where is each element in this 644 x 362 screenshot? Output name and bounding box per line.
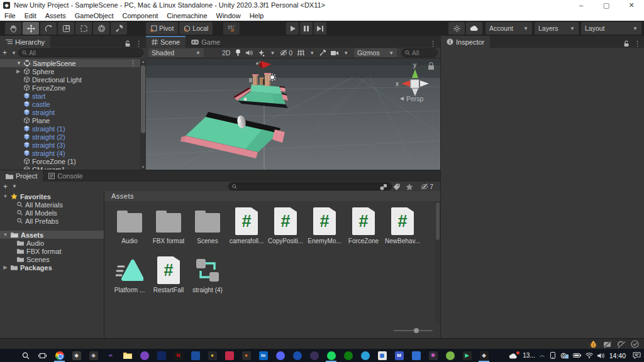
favorites-item[interactable]: All Models	[0, 209, 104, 217]
move-tool-button[interactable]	[23, 22, 39, 35]
scale-tool-button[interactable]	[58, 22, 74, 35]
slider-knob[interactable]	[414, 328, 419, 333]
mail-app-icon[interactable]: M	[391, 349, 408, 362]
ForceZone (1)[interactable]: ▶ ForceZone (1)	[0, 157, 140, 165]
unity-hub-icon[interactable]: ◆	[68, 349, 85, 362]
tab-project[interactable]: Project	[0, 170, 43, 182]
straight (4)[interactable]: ▶ straight (4)	[0, 149, 140, 157]
kebab-menu-icon[interactable]: ⋮	[634, 40, 641, 48]
favorites-star-icon[interactable]	[406, 184, 413, 190]
scene-grid-dropdown[interactable]: ▼	[296, 48, 316, 57]
green-app-icon[interactable]	[441, 349, 458, 362]
kebab-menu-icon[interactable]: ⋮	[130, 59, 136, 67]
play-button[interactable]	[286, 22, 299, 35]
straight (1)[interactable]: ▶ straight (1)	[0, 124, 140, 133]
2d-toggle-button[interactable]: 2D	[220, 48, 232, 57]
asset-item[interactable]: # Audio	[110, 207, 149, 255]
castle[interactable]: ▶ castle	[0, 100, 140, 108]
media-app-icon[interactable]: ●	[204, 349, 221, 362]
asset-item[interactable]: # CopyPositi...	[266, 207, 305, 255]
hierarchy-scene-row[interactable]: ▼ SampleScene ⋮	[0, 59, 140, 67]
red-app-icon[interactable]	[221, 349, 238, 362]
step-button[interactable]	[314, 22, 326, 35]
asset-item[interactable]: # ForceZone	[344, 207, 383, 255]
scene-effects-dropdown[interactable]: ▼	[256, 48, 277, 57]
straight (2)[interactable]: ▶ straight (2)	[0, 133, 140, 141]
prime-video-icon[interactable]	[187, 349, 204, 362]
scene-search-input[interactable]: All	[401, 48, 438, 57]
gizmo-center-cube[interactable]	[411, 80, 419, 88]
your-phone-icon[interactable]	[550, 352, 556, 359]
asset-item[interactable]: # camerafoll...	[227, 207, 266, 255]
tab-hierarchy[interactable]: Hierarchy	[0, 36, 50, 48]
layout-dropdown[interactable]: Layout▼	[581, 22, 641, 35]
spotify-icon[interactable]	[323, 349, 340, 362]
lock-icon[interactable]	[623, 40, 630, 47]
tree-folder-item[interactable]: Audio	[0, 239, 104, 247]
scroll-down-arrow[interactable]: ▼	[142, 165, 145, 170]
tree-folder-item[interactable]: Scenes	[0, 255, 104, 263]
search-by-type-icon[interactable]	[380, 184, 387, 190]
unity-running-icon[interactable]: ◆	[475, 349, 492, 362]
linkedin-icon[interactable]: in	[255, 349, 272, 362]
collapse-arrow[interactable]: ▼	[16, 60, 21, 66]
blue-tile-app-icon[interactable]	[408, 349, 425, 362]
visual-studio-icon[interactable]: ∞	[102, 349, 119, 362]
chrome-icon[interactable]	[51, 349, 68, 362]
account-dropdown[interactable]: Account▼	[486, 22, 532, 35]
battery-icon[interactable]	[573, 353, 581, 358]
favorites-item[interactable]: All Materials	[0, 200, 104, 209]
asset-item[interactable]: # FBX format	[149, 207, 188, 255]
Sphere[interactable]: ▶ Sphere	[0, 67, 140, 75]
transform-tool-button[interactable]	[93, 22, 109, 35]
scrollbar-thumb[interactable]	[141, 65, 145, 133]
asset-item[interactable]: # straight (4)	[188, 256, 227, 304]
discord-icon[interactable]	[272, 349, 289, 362]
expand-arrow[interactable]: ▶	[16, 69, 21, 74]
tab-scene[interactable]: Scene	[146, 36, 186, 48]
google-play-icon[interactable]: ▶	[458, 349, 475, 362]
wifi-icon[interactable]	[586, 353, 593, 358]
scene-viewport[interactable]: y x Persp	[146, 59, 440, 170]
grid-snap-button[interactable]	[223, 22, 240, 35]
disney-plus-icon[interactable]	[153, 349, 170, 362]
purple-app-icon[interactable]	[136, 349, 153, 362]
close-button[interactable]: ✕	[619, 1, 644, 9]
weather-text[interactable]: 13...	[523, 352, 535, 359]
maximize-button[interactable]: ▢	[594, 1, 619, 9]
kebab-menu-icon[interactable]: ⋮	[430, 40, 436, 48]
scene-tools-button[interactable]	[318, 48, 328, 57]
menu-item[interactable]: Window	[212, 10, 245, 21]
asset-item[interactable]: # Platform ...	[110, 256, 149, 304]
pivot-toggle-button[interactable]: Pivot	[146, 22, 178, 35]
scene-visibility-toggle[interactable]: 0	[278, 48, 294, 57]
paint3d-icon[interactable]: ❋	[425, 349, 441, 362]
asset-item[interactable]: # EnemyMo...	[305, 207, 344, 255]
tree-folder-item[interactable]: FBX format	[0, 247, 104, 255]
activity-ok-icon[interactable]	[631, 340, 639, 348]
cloud-collab-button[interactable]	[466, 22, 482, 35]
asset-item[interactable]: # NewBehav...	[383, 207, 422, 255]
menu-item[interactable]: Cinemachine	[162, 10, 211, 21]
edge-icon[interactable]	[357, 349, 374, 362]
scroll-up-arrow[interactable]: ▲	[142, 59, 145, 64]
blue-app-icon[interactable]	[289, 349, 306, 362]
menu-item[interactable]: Component	[118, 10, 162, 21]
asset-item[interactable]: # Scenes	[188, 207, 227, 255]
menu-item[interactable]: Help	[245, 10, 269, 21]
hierarchy-scrollbar[interactable]: ▲ ▼	[140, 59, 146, 170]
layers-dropdown[interactable]: Layers▼	[535, 22, 579, 35]
scene-camera-dropdown[interactable]: ▼	[329, 48, 350, 57]
gizmos-dropdown[interactable]: Gizmos▼	[354, 48, 397, 57]
assets-scrollbar[interactable]	[435, 201, 440, 324]
scene-lighting-button[interactable]	[233, 48, 243, 57]
menu-item[interactable]: GameObject	[70, 10, 118, 21]
shading-mode-dropdown[interactable]: Shaded▼	[148, 48, 204, 57]
pause-button[interactable]	[300, 22, 313, 35]
debug-bug-icon[interactable]	[589, 341, 597, 348]
auto-refresh-disabled-icon[interactable]	[603, 341, 611, 348]
microsoft-store-icon[interactable]: ▦	[374, 349, 391, 362]
xbox-icon[interactable]	[340, 349, 357, 362]
add-gameobject-button[interactable]: +▼	[3, 48, 16, 57]
custom-tools-button[interactable]	[111, 22, 127, 35]
